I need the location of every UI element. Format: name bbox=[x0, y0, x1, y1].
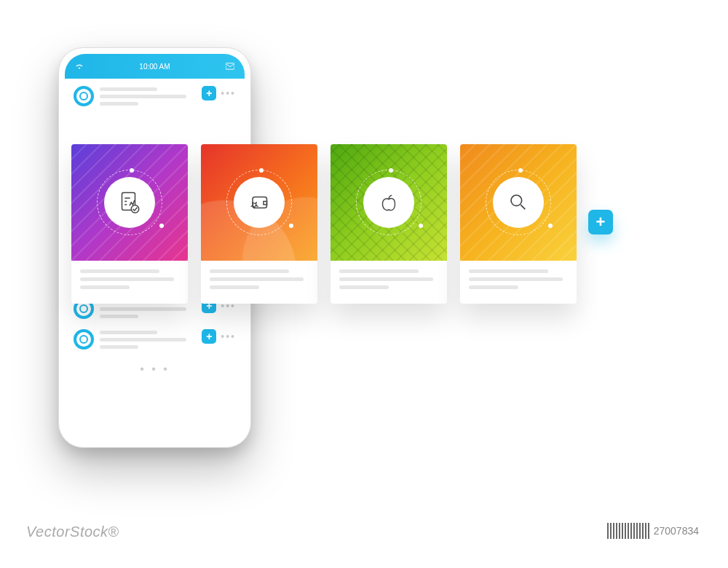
avatar bbox=[74, 86, 94, 106]
card-caption bbox=[460, 261, 577, 304]
list-item[interactable]: + ••• bbox=[74, 86, 236, 109]
list-item[interactable]: + ••• bbox=[74, 329, 236, 352]
placeholder-text bbox=[100, 329, 196, 352]
card-search[interactable] bbox=[460, 144, 577, 304]
watermark-id: 27007834 bbox=[607, 523, 699, 539]
card-report[interactable] bbox=[71, 144, 188, 304]
card-caption bbox=[71, 261, 188, 304]
svg-point-4 bbox=[511, 195, 522, 206]
mail-icon bbox=[226, 63, 234, 70]
avatar bbox=[74, 329, 94, 350]
more-icon[interactable]: ••• bbox=[221, 87, 236, 99]
more-icon[interactable]: ••• bbox=[221, 331, 236, 342]
watermark-brand: VectorStock® bbox=[26, 524, 119, 540]
add-card-button[interactable]: + bbox=[588, 210, 613, 234]
wifi-icon bbox=[75, 63, 84, 70]
apple-icon bbox=[363, 177, 414, 228]
card-apple[interactable] bbox=[331, 144, 447, 304]
report-check-icon bbox=[104, 177, 155, 228]
card-carousel bbox=[71, 144, 577, 304]
card-wallet[interactable] bbox=[201, 144, 317, 304]
barcode-icon bbox=[607, 523, 649, 539]
wallet-star-icon bbox=[234, 177, 285, 228]
card-caption bbox=[201, 261, 317, 304]
add-button[interactable]: + bbox=[202, 86, 216, 100]
placeholder-text bbox=[100, 86, 196, 109]
svg-point-2 bbox=[131, 205, 139, 213]
add-button[interactable]: + bbox=[202, 329, 216, 344]
status-bar: 10:00 AM bbox=[65, 54, 245, 79]
status-time: 10:00 AM bbox=[139, 63, 170, 71]
card-caption bbox=[331, 261, 447, 304]
pagination-dots[interactable]: • • • bbox=[74, 360, 236, 379]
svg-rect-0 bbox=[226, 63, 234, 69]
search-icon bbox=[493, 177, 544, 228]
